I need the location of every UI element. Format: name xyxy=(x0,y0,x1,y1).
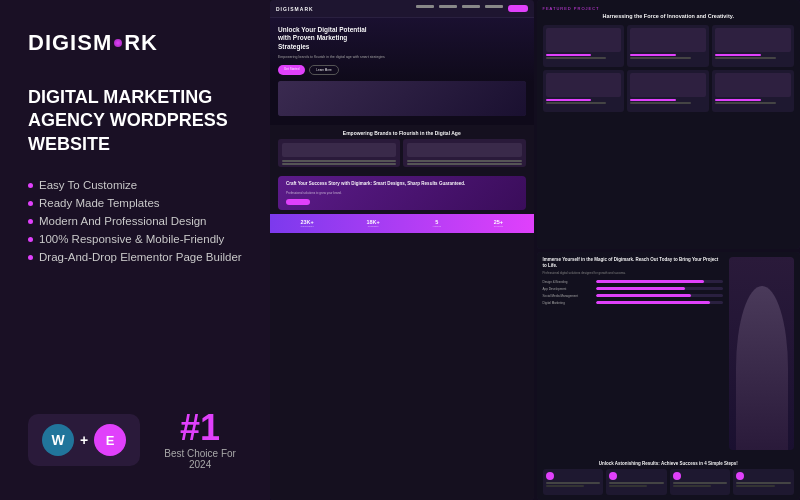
mock2-grid xyxy=(543,25,795,112)
stat-label-3: Awards xyxy=(433,225,441,228)
bar-track-2 xyxy=(596,287,724,290)
plus-icon: + xyxy=(80,432,88,448)
mock3-top: Immerse Yourself in the Magic of Digimar… xyxy=(543,257,795,451)
mock2-card-img-2 xyxy=(630,28,706,52)
step-line-1b xyxy=(546,485,584,487)
card-line-1 xyxy=(282,160,396,162)
mock3-bars: Design & Branding App Development xyxy=(543,280,724,305)
mock2-line-12 xyxy=(715,102,776,104)
logo-text-part2: RK xyxy=(124,30,158,56)
mock3-step-4 xyxy=(733,469,794,495)
mockup-br-content: Immerse Yourself in the Magic of Digimar… xyxy=(537,252,801,501)
mock-stats-bar: 23K+ Subscribers 18K+ Followers 5 Awards… xyxy=(270,214,534,233)
step-line-3 xyxy=(673,482,728,484)
mock2-line-10 xyxy=(630,102,691,104)
step-line-4b xyxy=(736,485,774,487)
mock2-line-1 xyxy=(546,54,591,56)
mock-nav: DIGISMARK xyxy=(270,0,534,18)
platform-badges: W + E xyxy=(28,414,140,466)
card-line-3 xyxy=(407,160,521,162)
mock3-steps-title: Unlock Astonishing Results: Achieve Succ… xyxy=(543,461,795,466)
step-line-2 xyxy=(609,482,664,484)
mock2-line-7 xyxy=(546,99,591,101)
mock2-line-5 xyxy=(715,54,761,56)
stat-value-4: 25+ xyxy=(494,219,503,225)
mock2-card-img-3 xyxy=(715,28,791,52)
mockup-tr-content: FEATURED PROJECT Harnessing the Force of… xyxy=(537,0,801,249)
mock2-card-img-1 xyxy=(546,28,622,52)
logo: DIGISM RK xyxy=(28,30,242,56)
mock-section-2: Empowering Brands to Flourish in the Dig… xyxy=(270,125,534,172)
mock-purple-btn xyxy=(286,199,310,205)
step-line-2b xyxy=(609,485,647,487)
mock2-card-2 xyxy=(627,25,709,67)
mock-hero-sub: Empowering brands to flourish in the dig… xyxy=(278,55,388,60)
mock2-card-img-4 xyxy=(546,73,622,97)
mock2-card-3 xyxy=(712,25,794,67)
bar-row-3: Social Media Management xyxy=(543,294,724,298)
bar-fill-2 xyxy=(596,287,685,290)
bar-label-4: Digital Marketing xyxy=(543,301,593,305)
stat-value-2: 18K+ xyxy=(367,219,380,225)
mockup-bottom-right: Immerse Yourself in the Magic of Digimar… xyxy=(537,252,801,501)
mock3-text-area: Immerse Yourself in the Magic of Digimar… xyxy=(543,257,724,451)
mock3-step-1 xyxy=(543,469,604,495)
card-img-1 xyxy=(282,143,396,157)
bar-row-4: Digital Marketing xyxy=(543,301,724,305)
bar-track-3 xyxy=(596,294,724,297)
mock-purple-desc: Professional solutions to grow your bran… xyxy=(286,191,518,195)
mock-section-title: Empowering Brands to Flourish in the Dig… xyxy=(278,130,526,136)
mock-nav-links xyxy=(416,5,528,12)
feature-item-4: 100% Responsive & Mobile-Friendly xyxy=(28,230,242,248)
mock-hero-title: Unlock Your Digital Potential with Prove… xyxy=(278,26,378,51)
elementor-icon: E xyxy=(94,424,126,456)
mock-hero: Unlock Your Digital Potential with Prove… xyxy=(270,18,534,125)
bar-track-1 xyxy=(596,280,724,283)
stat-label-2: Followers xyxy=(367,225,380,228)
step-line-4 xyxy=(736,482,791,484)
step-dot-2 xyxy=(609,472,617,480)
feature-item-3: Modern And Professional Design xyxy=(28,212,242,230)
mock2-label: FEATURED PROJECT xyxy=(543,6,795,11)
mock-primary-btn: Get Started xyxy=(278,65,305,75)
mock3-desc: Professional digital solutions designed … xyxy=(543,271,724,276)
mock-nav-logo: DIGISMARK xyxy=(276,6,314,12)
mock2-card-4 xyxy=(543,70,625,112)
step-dot-1 xyxy=(546,472,554,480)
mock2-line-11 xyxy=(715,99,761,101)
logo-text-part1: DIGISM xyxy=(28,30,112,56)
mock2-card-5 xyxy=(627,70,709,112)
bar-label-3: Social Media Management xyxy=(543,294,593,298)
mock2-heading: Harnessing the Force of Innovation and C… xyxy=(543,13,795,20)
mock2-card-1 xyxy=(543,25,625,67)
feature-item-2: Ready Made Templates xyxy=(28,194,242,212)
step-dot-3 xyxy=(673,472,681,480)
bar-row-1: Design & Branding xyxy=(543,280,724,284)
mock3-person-image xyxy=(729,257,794,451)
right-panel: DIGISMARK Unlock Your Digital Potential … xyxy=(270,0,800,500)
rank-label: Best Choice For 2024 xyxy=(158,448,242,470)
mock-secondary-btn: Learn More xyxy=(309,65,338,75)
nav-cta-btn xyxy=(508,5,528,12)
mock2-line-6 xyxy=(715,57,776,59)
tagline: DIGITAL MARKETING AGENCY WORDPRESS WEBSI… xyxy=(28,86,242,156)
bar-row-2: App Development xyxy=(543,287,724,291)
mock-stat-4: 25+ Projects xyxy=(494,219,503,228)
rank-number: #1 xyxy=(158,410,242,446)
mock3-title: Immerse Yourself in the Magic of Digimar… xyxy=(543,257,724,270)
mock3-steps-grid xyxy=(543,469,795,495)
bar-label-1: Design & Branding xyxy=(543,280,593,284)
stat-label-4: Projects xyxy=(494,225,503,228)
wordpress-icon: W xyxy=(42,424,74,456)
mock2-card-img-5 xyxy=(630,73,706,97)
mock2-line-2 xyxy=(546,57,607,59)
card-line-2 xyxy=(282,163,396,165)
mock2-card-img-6 xyxy=(715,73,791,97)
mock-cards xyxy=(278,139,526,167)
card-img-2 xyxy=(407,143,521,157)
mock-stat-1: 23K+ Subscribers xyxy=(300,219,313,228)
bar-label-2: App Development xyxy=(543,287,593,291)
feature-item-5: Drag-And-Drop Elementor Page Builder xyxy=(28,248,242,266)
nav-link-2 xyxy=(439,5,457,8)
left-panel: DIGISM RK DIGITAL MARKETING AGENCY WORDP… xyxy=(0,0,270,500)
